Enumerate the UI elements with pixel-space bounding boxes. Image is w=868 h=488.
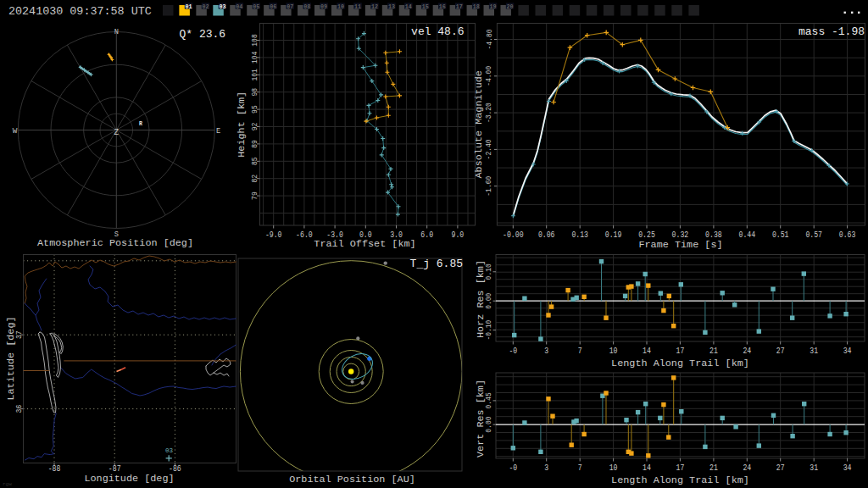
svg-text:24: 24	[743, 463, 751, 473]
svg-text:-1.60: -1.60	[485, 175, 494, 196]
svg-text:-2.40: -2.40	[485, 139, 494, 159]
svg-text:mass -1.98: mass -1.98	[798, 25, 865, 38]
svg-text:34: 34	[843, 463, 852, 473]
svg-text:19: 19	[490, 3, 497, 10]
svg-text:Orbital Position [AU]: Orbital Position [AU]	[289, 474, 415, 485]
svg-text:15: 15	[422, 3, 429, 10]
svg-text:17: 17	[456, 3, 463, 10]
svg-text:08: 08	[303, 3, 310, 10]
svg-text:E: E	[216, 126, 220, 136]
svg-text:Length Along Trail [km]: Length Along Trail [km]	[611, 474, 749, 486]
svg-text:-0.10: -0.10	[485, 319, 494, 340]
svg-text:0.10: 0.10	[485, 263, 494, 280]
svg-text:3: 3	[544, 463, 548, 473]
svg-text:-0: -0	[509, 347, 517, 356]
svg-text:0.00: 0.00	[485, 292, 494, 308]
svg-text:17: 17	[676, 463, 685, 473]
svg-text:Q* 23.6: Q* 23.6	[180, 28, 226, 41]
svg-text:21: 21	[709, 347, 718, 356]
svg-text:11: 11	[354, 3, 361, 10]
svg-text:Length Along Trail [km]: Length Along Trail [km]	[611, 358, 749, 369]
svg-text:0.51: 0.51	[772, 230, 789, 240]
svg-text:79: 79	[250, 191, 259, 200]
svg-text:10: 10	[609, 347, 618, 356]
svg-text:95: 95	[250, 105, 259, 114]
svg-text:09: 09	[320, 3, 327, 10]
svg-text:89: 89	[250, 140, 259, 148]
svg-text:31: 31	[810, 347, 818, 356]
svg-text:14: 14	[643, 463, 651, 473]
svg-text:06: 06	[270, 3, 276, 10]
svg-text:Z: Z	[114, 127, 119, 137]
svg-text:Frame Time [s]: Frame Time [s]	[638, 239, 722, 251]
svg-text:Latitude [deg]: Latitude [deg]	[5, 316, 17, 400]
svg-text:9.0: 9.0	[452, 230, 465, 240]
svg-text:21: 21	[709, 463, 718, 473]
svg-text:85: 85	[250, 157, 259, 165]
svg-text:20: 20	[507, 3, 514, 10]
svg-text:10: 10	[609, 463, 618, 473]
svg-text:7: 7	[578, 347, 582, 356]
svg-text:Absolute Magnitude: Absolute Magnitude	[474, 70, 486, 178]
svg-text:18: 18	[473, 3, 480, 10]
svg-text:34: 34	[843, 347, 852, 356]
svg-text:N: N	[114, 27, 119, 36]
svg-text:T_j 6.85: T_j 6.85	[410, 258, 463, 270]
svg-text:-3.20: -3.20	[485, 103, 494, 123]
svg-text:02: 02	[202, 3, 209, 10]
svg-text:-88: -88	[48, 464, 61, 474]
svg-text:6.0: 6.0	[420, 230, 433, 240]
svg-text:12: 12	[371, 3, 378, 10]
svg-text:7: 7	[578, 463, 582, 473]
svg-text:24: 24	[743, 347, 751, 356]
svg-text:05: 05	[253, 3, 259, 10]
svg-text:14: 14	[643, 347, 651, 356]
svg-text:01: 01	[186, 3, 192, 10]
svg-text:10: 10	[337, 3, 344, 10]
svg-text:Trail Offset [km]: Trail Offset [km]	[314, 238, 415, 250]
svg-text:-9.0: -9.0	[265, 230, 282, 240]
svg-text:04: 04	[236, 3, 242, 10]
svg-text:3: 3	[544, 347, 548, 356]
svg-text:0.44: 0.44	[739, 230, 756, 240]
svg-text:0.57: 0.57	[805, 230, 822, 240]
svg-text:92: 92	[250, 122, 259, 130]
svg-text:vel 48.6: vel 48.6	[411, 25, 464, 38]
svg-text:0.63: 0.63	[839, 230, 856, 240]
svg-text:rgw: rgw	[3, 481, 12, 487]
svg-text:13: 13	[388, 3, 395, 10]
svg-text:36: 36	[15, 405, 25, 413]
svg-text:17: 17	[676, 347, 685, 356]
svg-text:R: R	[139, 121, 142, 127]
svg-text:16: 16	[439, 3, 446, 10]
svg-text:104: 104	[250, 51, 259, 64]
svg-text:07: 07	[287, 3, 293, 10]
svg-text:-4.80: -4.80	[485, 29, 494, 49]
svg-text:03: 03	[165, 447, 174, 454]
svg-text:03: 03	[219, 3, 225, 10]
svg-text:Height [km]: Height [km]	[236, 92, 248, 158]
svg-text:20241030 09:37:58 UTC: 20241030 09:37:58 UTC	[8, 5, 152, 18]
svg-text:Atmospheric Position [deg]: Atmospheric Position [deg]	[37, 237, 193, 249]
svg-text:0.13: 0.13	[571, 230, 588, 240]
svg-text:27: 27	[776, 463, 785, 473]
svg-text:0.06: 0.06	[538, 230, 555, 240]
svg-text:0.19: 0.19	[605, 230, 622, 240]
svg-text:27: 27	[776, 347, 785, 356]
svg-text:-6.0: -6.0	[296, 230, 313, 240]
svg-text:31: 31	[810, 463, 818, 473]
svg-text:108: 108	[250, 34, 259, 47]
svg-text:Longitude [deg]: Longitude [deg]	[84, 473, 174, 485]
svg-text:82: 82	[250, 175, 259, 183]
svg-text:98: 98	[250, 88, 259, 97]
svg-text:0.00: 0.00	[485, 416, 494, 432]
svg-text:-0.00: -0.00	[503, 230, 524, 240]
svg-text:-4.00: -4.00	[485, 66, 494, 86]
svg-text:101: 101	[250, 69, 259, 81]
svg-text:0.45: 0.45	[485, 392, 494, 408]
svg-text:W: W	[13, 126, 18, 136]
svg-text:-0: -0	[509, 463, 517, 473]
svg-text:14: 14	[405, 3, 412, 10]
